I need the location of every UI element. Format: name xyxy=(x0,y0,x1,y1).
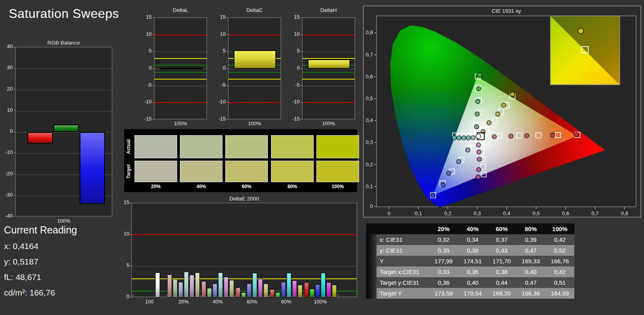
table-cell-Y-20%: 177,99 xyxy=(429,256,458,266)
table-cell-y: CIE31-40%: 0,39 xyxy=(458,245,487,256)
y-axis-label: -10 xyxy=(214,99,226,105)
table-cell-Target x:CIE31-100%: 0,42 xyxy=(545,266,574,277)
measured-point-red-4 xyxy=(550,133,555,137)
table-cell-Y-60%: 171,70 xyxy=(487,256,516,266)
y-tick xyxy=(14,195,15,195)
saturation-swatch-panel[interactable]: ActualTarget20%40%60%80%100% xyxy=(124,129,357,192)
ref-line-10 xyxy=(302,35,355,35)
cie-1931-svg: CIE 1931 xy000,10,10,20,20,30,30,40,40,5… xyxy=(363,6,642,218)
measured-point-red-1 xyxy=(492,134,496,139)
y-tick-label: 0 xyxy=(370,203,373,209)
gridline-0 xyxy=(302,69,355,69)
delta_h-title: DeltaH xyxy=(302,7,355,13)
rgb-x-label: 100% xyxy=(15,218,112,224)
current-reading-title: Current Reading xyxy=(4,224,77,236)
y-axis-label: 0 xyxy=(214,65,226,71)
y-tick xyxy=(152,34,154,35)
x-tick-label: 0,8 xyxy=(621,210,628,216)
page-title: Saturation Sweeps xyxy=(9,6,119,21)
swatch-target-100% xyxy=(316,161,359,182)
delta_l-bar xyxy=(160,68,202,69)
deltae-bar-40%-3 xyxy=(218,272,223,298)
y-axis-label: -30 xyxy=(3,192,13,198)
y-axis-label: 5 xyxy=(288,48,300,54)
deltae-bar-20%-2 xyxy=(178,282,183,298)
swatch-col-label: 100% xyxy=(316,184,359,189)
y-tick xyxy=(152,18,154,18)
delta-h-chart[interactable]: DeltaH-15-10-5051015100% xyxy=(288,7,360,126)
y-tick xyxy=(14,110,15,111)
table-strip-cell xyxy=(366,266,377,277)
measured-point-green-1 xyxy=(474,124,479,129)
deltae-bar-60%-2 xyxy=(247,284,252,298)
y-tick xyxy=(301,102,302,103)
deltae-bar-100%-2 xyxy=(315,284,320,298)
y-tick xyxy=(226,34,228,35)
deltae-bar-80%-2 xyxy=(281,282,286,298)
measured-point-magenta-2 xyxy=(477,150,481,154)
deltae-plot xyxy=(131,203,357,297)
x-tick-label: 0 xyxy=(387,210,390,216)
rgb-balance-chart[interactable]: RGB Balance-40-30-20-10010203040100% xyxy=(3,40,117,227)
rgb-balance-plot xyxy=(15,47,112,216)
y-tick xyxy=(301,34,302,35)
gridline--5 xyxy=(154,86,207,86)
delta-l-chart[interactable]: DeltaL-15-10-5051015100% xyxy=(140,7,212,126)
table-header-40%: 40% xyxy=(458,224,487,234)
delta_c-x-label: 100% xyxy=(228,121,281,126)
x-tick-label: 0,1 xyxy=(415,210,422,216)
y-tick xyxy=(152,51,154,52)
rgb-bar-blue xyxy=(80,132,105,204)
deltae-group-label: 100 xyxy=(133,299,165,305)
deltae-bar-100-4 xyxy=(155,272,160,298)
table-row: Target y:CIE310,360,400,440,470,51 xyxy=(366,277,575,288)
ref-line--10 xyxy=(228,102,281,103)
y-tick-label: 0,4 xyxy=(366,117,373,123)
deltae-bar-100%-0 xyxy=(304,282,309,298)
measured-point-blue-2 xyxy=(457,159,461,164)
table-row-label: y: CIE31 xyxy=(377,245,429,256)
y-tick xyxy=(301,119,302,120)
y-axis-label: -5 xyxy=(288,82,300,88)
y-tick xyxy=(226,51,228,52)
table-row-label: Y xyxy=(377,256,429,266)
app-window: Saturation Sweeps RGB Balance-40-30-20-1… xyxy=(0,0,644,315)
swatch-col-label: 80% xyxy=(271,184,314,189)
y-axis-label: -20 xyxy=(3,171,13,177)
y-axis-label: 0 xyxy=(3,128,13,134)
table-row: x: CIE310,320,340,370,390,42 xyxy=(366,234,575,245)
table-cell-Target y:CIE31-100%: 0,51 xyxy=(545,277,574,288)
table-cell-y: CIE31-100%: 0,52 xyxy=(545,245,574,256)
table-row-label: Target y:CIE31 xyxy=(377,277,429,288)
y-axis-label: 0 xyxy=(140,65,152,71)
current-reading-panel: Current Reading x: 0,4164y: 0,5187fL: 48… xyxy=(4,224,77,303)
measurement-table[interactable]: 20%40%60%80%100%x: CIE310,320,340,370,39… xyxy=(366,224,575,299)
y-tick xyxy=(14,68,15,68)
delta_c-bar xyxy=(234,50,276,69)
y-axis-label: 0 xyxy=(288,65,300,71)
deltae-bar-40%-4 xyxy=(224,277,228,298)
delta-c-chart[interactable]: DeltaC-15-10-5051015100% xyxy=(214,7,286,126)
y-tick xyxy=(226,102,228,103)
swatch-row-label-target: Target xyxy=(126,161,131,182)
y-tick xyxy=(301,68,302,69)
cie-1931-chart[interactable]: CIE 1931 xy000,10,10,20,20,30,30,40,40,5… xyxy=(363,6,642,218)
ref-line-1 xyxy=(154,65,207,66)
y-axis-label: 40 xyxy=(3,43,13,49)
y-axis-label: 10 xyxy=(214,31,226,37)
delta_l-plot xyxy=(154,18,207,119)
swatch-target-80% xyxy=(271,161,314,182)
deltae-bar-20%-4 xyxy=(189,275,194,298)
y-tick xyxy=(152,68,154,69)
deltae-bar-80%-5 xyxy=(298,285,302,298)
measured-point-cyan-3 xyxy=(461,136,466,140)
table-header-80%: 80% xyxy=(516,224,545,234)
table-cell-y: CIE31-80%: 0,47 xyxy=(516,245,545,256)
x-tick-label: 0,4 xyxy=(503,210,510,216)
deltae-bar-60%-1 xyxy=(241,292,246,298)
y-tick-label: 0,7 xyxy=(366,52,373,58)
gridline-0 xyxy=(228,69,281,69)
measured-point-yellow-2 xyxy=(487,121,491,125)
table-row: Target x:CIE310,330,360,380,400,42 xyxy=(366,266,575,277)
deltae-2000-chart[interactable]: DeltaE 200005101510020%40%60%80%100% xyxy=(123,196,362,311)
